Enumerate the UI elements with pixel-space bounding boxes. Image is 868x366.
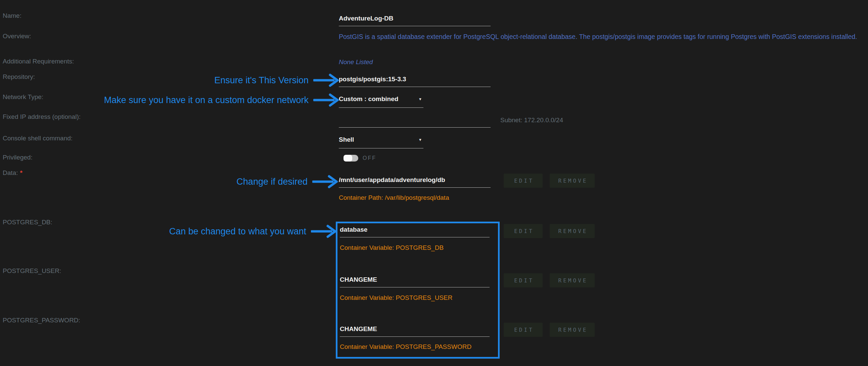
postgres-password-edit-button[interactable]: EDIT [504, 323, 542, 337]
additional-requirements-label: Additional Requirements: [3, 58, 74, 65]
postgres-db-remove-button[interactable]: REMOVE [550, 224, 595, 238]
overview-label: Overview: [3, 33, 31, 40]
dropdown-arrow-icon: ▼ [418, 97, 422, 101]
highlight-rectangle [336, 222, 500, 359]
annotation-network: Make sure you have it on a custom docker… [104, 93, 339, 107]
annotation-arrow-icon [311, 225, 337, 238]
privileged-toggle[interactable] [343, 155, 358, 161]
subnet-note: Subnet: 172.20.0.0/24 [500, 117, 563, 124]
overview-text: PostGIS is a spatial database extender f… [339, 33, 857, 41]
postgres-user-label: POSTGRES_USER: [3, 267, 61, 275]
name-label: Name: [3, 12, 22, 20]
data-label: Data:* [3, 169, 23, 177]
data-remove-button[interactable]: REMOVE [550, 174, 595, 188]
postgres-user-input[interactable] [340, 276, 490, 287]
console-shell-dropdown[interactable]: Shell ▼ [339, 136, 424, 148]
toggle-knob [343, 155, 352, 161]
additional-requirements-value: None Listed [339, 58, 373, 66]
network-type-dropdown[interactable]: Custom : combined ▼ [339, 95, 424, 108]
console-shell-label: Console shell command: [3, 135, 72, 142]
postgres-password-input[interactable] [340, 325, 490, 337]
postgres-db-input[interactable] [340, 226, 490, 237]
data-edit-button[interactable]: EDIT [504, 174, 542, 188]
fixed-ip-input[interactable] [339, 116, 491, 128]
postgres-db-label: POSTGRES_DB: [3, 219, 52, 226]
data-path-input[interactable] [339, 176, 491, 188]
annotation-arrow-icon [312, 175, 338, 188]
privileged-state: OFF [363, 155, 376, 161]
postgres-db-edit-button[interactable]: EDIT [504, 224, 542, 238]
privileged-label: Privileged: [3, 154, 33, 161]
required-asterisk: * [20, 169, 22, 176]
annotation-arrow-icon [313, 93, 339, 107]
network-type-label: Network Type: [3, 93, 43, 101]
postgres-user-remove-button[interactable]: REMOVE [550, 273, 595, 287]
annotation-data: Change if desired [237, 175, 338, 188]
repository-label: Repository: [3, 73, 35, 81]
postgres-password-remove-button[interactable]: REMOVE [550, 323, 595, 337]
postgres-user-edit-button[interactable]: EDIT [504, 273, 542, 287]
postgres-user-variable-note: Container Variable: POSTGRES_USER [340, 294, 452, 302]
postgres-db-variable-note: Container Variable: POSTGRES_DB [340, 244, 443, 251]
container-edit-page: Name: Overview: Additional Requirements:… [0, 0, 868, 366]
dropdown-arrow-icon: ▼ [418, 138, 422, 142]
name-input[interactable] [339, 14, 491, 26]
annotation-repository: Ensure it's This Version [214, 73, 339, 87]
postgres-password-label: POSTGRES_PASSWORD: [3, 317, 80, 324]
console-shell-value: Shell [339, 136, 354, 143]
data-container-path-note: Container Path: /var/lib/postgresql/data [339, 194, 449, 202]
annotation-arrow-icon [313, 73, 339, 87]
annotation-postgres-db: Can be changed to what you want [169, 225, 337, 238]
postgres-password-variable-note: Container Variable: POSTGRES_PASSWORD [340, 343, 471, 350]
network-type-value: Custom : combined [339, 95, 398, 103]
repository-input[interactable] [339, 75, 491, 87]
fixed-ip-label: Fixed IP address (optional): [3, 113, 81, 121]
